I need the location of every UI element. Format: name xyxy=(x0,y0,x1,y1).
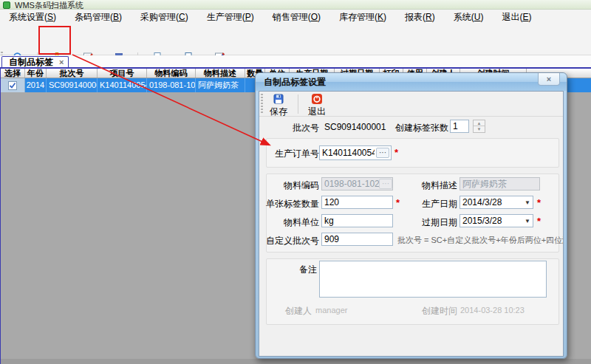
custom-batch-label: 自定义批次号 xyxy=(261,235,319,247)
remark-label: 备注 xyxy=(286,264,317,276)
save-icon xyxy=(273,93,284,105)
table-cell[interactable]: 2014 xyxy=(25,78,47,92)
order-label: 生产订单号 xyxy=(267,148,319,160)
dialog-titlebar[interactable]: 自制品标签设置 × xyxy=(256,73,567,91)
table-cell[interactable]: K1401140054 xyxy=(98,78,147,92)
menu-item-K[interactable]: 库存管理(K) xyxy=(339,11,386,24)
column-header[interactable]: 选择 xyxy=(1,69,25,78)
batch-no-value: SC9091400001 xyxy=(324,122,386,132)
qty-input[interactable] xyxy=(321,196,393,209)
tab-label: 自制品标签 xyxy=(9,56,53,69)
batch-format-hint: 批次号 = SC+自定义批次号+年份后两位+四位流水号 xyxy=(397,235,564,246)
row-checkbox[interactable] xyxy=(8,81,17,90)
menu-item-P[interactable]: 生产管理(P) xyxy=(207,11,254,24)
window-bottom-edge xyxy=(0,359,591,364)
exit-button[interactable]: 退出 xyxy=(302,92,332,116)
tab-close-icon[interactable]: × xyxy=(59,58,64,66)
unit-label: 物料单位 xyxy=(271,216,319,229)
row-select-cell[interactable] xyxy=(1,78,25,92)
spinner-up-icon[interactable]: ▲ xyxy=(474,120,485,126)
spinner-down-icon[interactable]: ▼ xyxy=(474,126,485,132)
label-settings-dialog: 自制品标签设置 × 保存 退出 批次号 SC9091400001 创建标签张数 xyxy=(255,72,567,359)
prod-date-label: 生产日期 xyxy=(411,198,457,210)
prod-date-required-mark: * xyxy=(537,197,541,208)
chevron-down-icon[interactable]: ▼ xyxy=(525,199,530,206)
column-header[interactable]: 物料描述 xyxy=(196,69,245,78)
creator-value: manager xyxy=(315,306,347,315)
menu-bar: 系统设置(S)条码管理(B)采购管理(C)生产管理(P)销售管理(O)库存管理(… xyxy=(0,10,591,24)
dialog-toolbar-separator xyxy=(298,95,298,114)
dialog-toolbar: 保存 退出 xyxy=(259,92,563,117)
creator-label: 创建人 xyxy=(274,305,312,317)
remark-textarea[interactable] xyxy=(319,261,547,298)
copies-spinner[interactable]: ▲ ▼ xyxy=(473,120,485,133)
menu-item-S[interactable]: 系统设置(S) xyxy=(9,11,56,24)
window-title: WMS条码扫描系统 xyxy=(15,0,83,10)
qty-required-mark: * xyxy=(396,197,400,208)
exp-date-label: 过期日期 xyxy=(411,216,457,229)
save-button[interactable]: 保存 xyxy=(264,92,293,116)
table-cell[interactable]: 0198-081-102 xyxy=(147,78,196,92)
menu-item-B[interactable]: 条码管理(B) xyxy=(75,11,122,24)
table-cell[interactable]: SC9091400001 xyxy=(47,78,98,92)
column-header[interactable]: 年份 xyxy=(25,69,47,78)
dialog-body: 保存 退出 批次号 SC9091400001 创建标签张数 ▲ ▼ 生产订单号 xyxy=(259,91,564,357)
column-header[interactable]: 物料编码 xyxy=(147,69,196,78)
material-desc-input xyxy=(460,177,540,190)
menu-item-U[interactable]: 系统(U) xyxy=(454,11,484,24)
material-code-browse-button: ··· xyxy=(379,179,392,189)
order-required-mark: * xyxy=(394,147,398,158)
exp-date-required-mark: * xyxy=(537,216,541,227)
menu-item-E[interactable]: 退出(E) xyxy=(502,11,531,24)
app-logo-icon xyxy=(3,1,10,9)
app-window: WMS条码扫描系统 系统设置(S)条码管理(B)采购管理(C)生产管理(P)销售… xyxy=(0,0,591,364)
created-time-label: 创建时间 xyxy=(420,305,457,317)
column-header[interactable]: 批次号 xyxy=(47,69,98,78)
menu-item-C[interactable]: 采购管理(C) xyxy=(140,11,188,24)
menu-item-R[interactable]: 报表(R) xyxy=(405,11,435,24)
unit-input[interactable] xyxy=(321,214,393,227)
qty-label: 单张标签数量 xyxy=(261,198,319,210)
exit-icon xyxy=(311,93,323,105)
column-header[interactable]: 项目号 xyxy=(98,69,147,78)
exp-date-combobox[interactable] xyxy=(460,214,533,227)
tab-self-made-label[interactable]: 自制品标签 × xyxy=(1,56,69,67)
custom-batch-input[interactable] xyxy=(321,233,393,246)
main-toolbar: 查询新增修改删除预览打印设计 xyxy=(0,24,591,55)
copies-label: 创建标签张数 xyxy=(389,122,448,134)
prod-date-combobox[interactable] xyxy=(460,196,533,209)
order-browse-button[interactable]: ··· xyxy=(376,148,389,158)
batch-no-label: 批次号 xyxy=(271,122,319,134)
material-desc-label: 物料描述 xyxy=(411,179,457,192)
menu-item-O[interactable]: 销售管理(O) xyxy=(273,11,321,24)
material-code-label: 物料编码 xyxy=(271,179,319,192)
window-titlebar: WMS条码扫描系统 xyxy=(0,0,591,10)
created-time-value: 2014-03-28 10:23 xyxy=(460,306,525,315)
chevron-down-icon[interactable]: ▼ xyxy=(525,218,530,224)
dialog-toolbar-grip xyxy=(261,94,263,114)
table-cell[interactable]: 阿萨姆奶茶 xyxy=(196,78,245,92)
dialog-title: 自制品标签设置 xyxy=(264,76,326,89)
copies-input[interactable] xyxy=(450,120,469,133)
dialog-close-button[interactable]: × xyxy=(538,73,560,86)
tab-strip xyxy=(0,55,591,67)
